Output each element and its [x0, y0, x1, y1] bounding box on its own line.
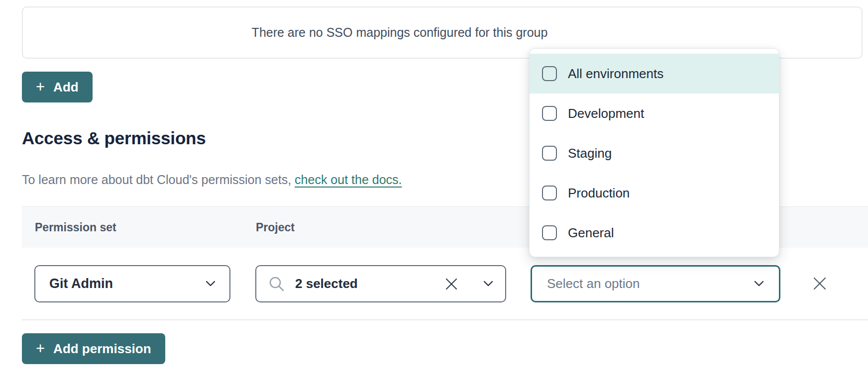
dropdown-option-label: Staging	[568, 146, 612, 161]
column-header-project: Project	[256, 221, 295, 234]
project-select-value: 2 selected	[295, 276, 358, 291]
checkbox-icon[interactable]	[542, 225, 557, 240]
checkbox-icon[interactable]	[542, 146, 557, 161]
add-permission-button-label: Add permission	[53, 341, 151, 357]
dropdown-option-development[interactable]: Development	[530, 94, 779, 133]
permission-set-select[interactable]: Git Admin	[34, 265, 230, 302]
dropdown-option-label: Development	[568, 106, 644, 121]
sso-empty-message: There are no SSO mappings configured for…	[23, 25, 776, 40]
dropdown-option-all-environments[interactable]: All environments	[530, 54, 779, 94]
dropdown-option-label: Production	[568, 186, 630, 201]
close-icon	[812, 276, 828, 291]
checkbox-icon[interactable]	[542, 66, 557, 81]
checkbox-icon[interactable]	[542, 186, 557, 200]
dropdown-option-production[interactable]: Production	[530, 173, 779, 213]
environment-dropdown-menu: All environments Development Staging Pro…	[529, 48, 779, 257]
section-title: Access & permissions	[22, 128, 206, 148]
dropdown-option-label: All environments	[568, 66, 663, 82]
chevron-down-icon	[206, 281, 216, 287]
checkbox-icon[interactable]	[542, 106, 557, 121]
add-sso-mapping-button[interactable]: + Add	[22, 72, 93, 102]
project-select[interactable]: 2 selected	[255, 265, 506, 302]
add-button-label: Add	[53, 80, 79, 95]
chevron-down-icon	[483, 281, 493, 287]
plus-icon: +	[36, 79, 45, 95]
dropdown-option-general[interactable]: General	[530, 213, 779, 253]
docs-link[interactable]: check out the docs.	[295, 173, 402, 187]
clear-selection-icon[interactable]	[444, 277, 458, 291]
description-text: To learn more about dbt Cloud's permissi…	[22, 173, 295, 187]
add-permission-button[interactable]: + Add permission	[22, 333, 165, 364]
group-settings-page: There are no SSO mappings configured for…	[0, 0, 868, 384]
search-icon	[268, 276, 285, 292]
dropdown-option-staging[interactable]: Staging	[530, 133, 779, 173]
permission-set-value: Git Admin	[49, 276, 113, 291]
plus-icon: +	[36, 341, 45, 356]
environment-select[interactable]: Select an option	[531, 265, 780, 302]
chevron-down-icon	[754, 281, 764, 287]
environment-select-placeholder: Select an option	[547, 276, 640, 291]
column-header-permission-set: Permission set	[35, 221, 116, 234]
section-description: To learn more about dbt Cloud's permissi…	[22, 173, 402, 187]
remove-row-button[interactable]	[811, 275, 828, 292]
dropdown-option-label: General	[568, 225, 614, 241]
